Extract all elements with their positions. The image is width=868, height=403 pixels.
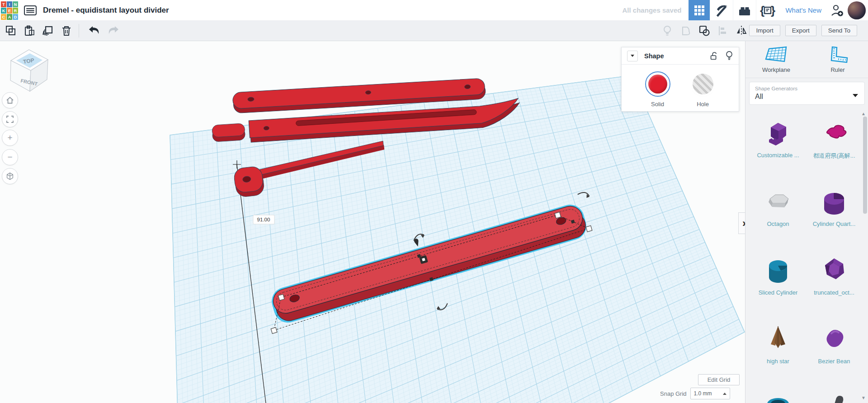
document-title[interactable]: Dremel - equidistant layout divider [43, 6, 169, 15]
orthographic-view-button[interactable] [2, 168, 18, 184]
ruler-measurement[interactable]: 91.00 [253, 215, 274, 224]
library-item-paddle[interactable] [806, 383, 862, 403]
minecraft-pickaxe-icon[interactable] [710, 0, 733, 20]
shape-library-list[interactable]: ▲ Customizable ...都道府県(高解...OctagonCylin… [745, 108, 868, 403]
scale-handle-left-top[interactable] [278, 294, 284, 300]
library-item-knurled-cup[interactable] [750, 383, 806, 403]
copy-icon[interactable] [3, 23, 19, 38]
library-item-label: Customizable ... [757, 152, 799, 159]
library-item-label: 都道府県(高解... [813, 152, 855, 160]
duplicate-icon[interactable] [40, 23, 56, 38]
library-item-japan-map[interactable]: 都道府県(高解... [806, 108, 862, 177]
ungroup-icon[interactable] [678, 23, 693, 38]
logo-tile: K [1, 8, 6, 14]
ruler-tool[interactable]: Ruler [807, 41, 868, 78]
logo-tile: E [7, 8, 12, 14]
show-hide-bulb-icon[interactable] [725, 51, 733, 61]
workplane-tool[interactable]: Workplane [745, 41, 807, 78]
send-to-button[interactable]: Send To [821, 25, 857, 36]
import-button[interactable]: Import [749, 25, 780, 36]
octagon-icon [760, 183, 796, 219]
codeblocks-icon[interactable]: { } [756, 0, 779, 20]
toolbar-separator [79, 24, 79, 37]
toolbar: Import Export Send To [0, 20, 868, 41]
library-item-label: Cylinder Quart... [813, 220, 856, 227]
library-item-bean[interactable]: Bezier Bean [806, 314, 862, 383]
panel-collapse-caret[interactable] [627, 51, 638, 61]
snap-grid-caret-icon [723, 393, 726, 395]
truncated-octahedron-icon [816, 251, 852, 287]
sliced-cylinder-icon [760, 251, 796, 287]
group-icon[interactable] [697, 23, 712, 38]
zoom-in-button[interactable]: + [2, 130, 18, 146]
shape-generators-select[interactable]: Shape Generators All [749, 82, 865, 105]
home-view-button[interactable] [2, 92, 18, 108]
shape-inspector-panel: Shape Solid Hole [621, 47, 739, 112]
scroll-down-icon[interactable]: ▼ [861, 395, 866, 400]
redo-icon[interactable] [105, 23, 121, 38]
solid-color-dot [648, 75, 667, 94]
logo-tile: I [7, 1, 12, 7]
svg-text:}: } [771, 4, 775, 17]
knurled-cup-icon [760, 389, 796, 403]
add-person-icon[interactable] [828, 0, 847, 20]
paddle-icon [816, 389, 852, 403]
japan-map-icon [816, 114, 852, 150]
logo-tile: A [7, 14, 12, 20]
avatar[interactable] [848, 1, 866, 19]
autosave-status: All changes saved [623, 6, 682, 14]
library-item-cylinder-quarter[interactable]: Cylinder Quart... [806, 177, 862, 246]
hole-swatch[interactable]: Hole [690, 71, 716, 108]
library-item-star-cone[interactable]: high star [750, 314, 806, 383]
bean-icon [816, 320, 852, 356]
library-item-sliced-cylinder[interactable]: Sliced Cylinder [750, 246, 806, 314]
panel-title: Shape [644, 52, 664, 60]
star-cone-icon [760, 320, 796, 356]
delete-icon[interactable] [59, 23, 74, 38]
scroll-up-icon[interactable]: ▲ [861, 111, 866, 116]
dashboard-grid-icon[interactable] [689, 0, 710, 20]
castle-icon [760, 114, 796, 150]
align-icon[interactable] [715, 23, 731, 38]
library-item-octagon[interactable]: Octagon [750, 177, 806, 246]
zoom-out-button[interactable]: − [2, 149, 18, 165]
solid-swatch[interactable]: Solid [645, 71, 670, 108]
ruler-icon [827, 45, 849, 64]
logo-tile: C [1, 14, 6, 20]
undo-icon[interactable] [87, 23, 102, 38]
svg-text:{: { [760, 4, 764, 17]
tinkercad-logo[interactable]: TINKERCAD [1, 1, 18, 20]
library-item-label: Sliced Cylinder [759, 289, 798, 296]
logo-tile: D [13, 14, 18, 20]
title-bar: TINKERCAD Dremel - equidistant layout di… [0, 0, 868, 21]
library-item-label: truncated_oct... [814, 289, 854, 296]
scale-handle-right-bottom[interactable] [586, 225, 592, 232]
snap-grid-select[interactable]: 1.0 mm [690, 388, 730, 399]
library-item-label: Bezier Bean [818, 358, 850, 365]
svg-text:91.00: 91.00 [257, 217, 270, 222]
document-properties-icon[interactable] [24, 5, 37, 15]
logo-tile: N [13, 1, 18, 7]
view-cube[interactable]: TOP FRONT [7, 44, 52, 96]
generators-caret-icon [853, 94, 858, 97]
workplane-icon [764, 45, 788, 64]
lego-brick-icon[interactable] [733, 0, 756, 20]
scrollbar-thumb[interactable] [863, 117, 867, 214]
show-all-bulb-icon[interactable] [660, 23, 675, 38]
unlock-icon[interactable] [709, 51, 719, 61]
cylinder-quarter-icon [816, 183, 852, 219]
logo-tile: T [1, 1, 6, 7]
logo-tile: R [13, 8, 18, 14]
library-item-truncated-octahedron[interactable]: truncated_oct... [806, 246, 862, 314]
paste-icon[interactable] [22, 23, 37, 38]
edit-grid-button[interactable]: Edit Grid [698, 374, 740, 385]
scale-handle-right-top[interactable] [555, 212, 561, 218]
mirror-icon[interactable] [734, 23, 749, 38]
fit-view-button[interactable] [2, 111, 18, 127]
library-item-castle[interactable]: Customizable ... [750, 108, 806, 177]
scale-handle-left-bottom[interactable] [271, 328, 277, 334]
export-button[interactable]: Export [785, 25, 816, 36]
library-item-label: Octagon [767, 220, 789, 227]
hole-pattern-dot [693, 74, 713, 94]
whats-new-link[interactable]: What's New [779, 6, 828, 14]
